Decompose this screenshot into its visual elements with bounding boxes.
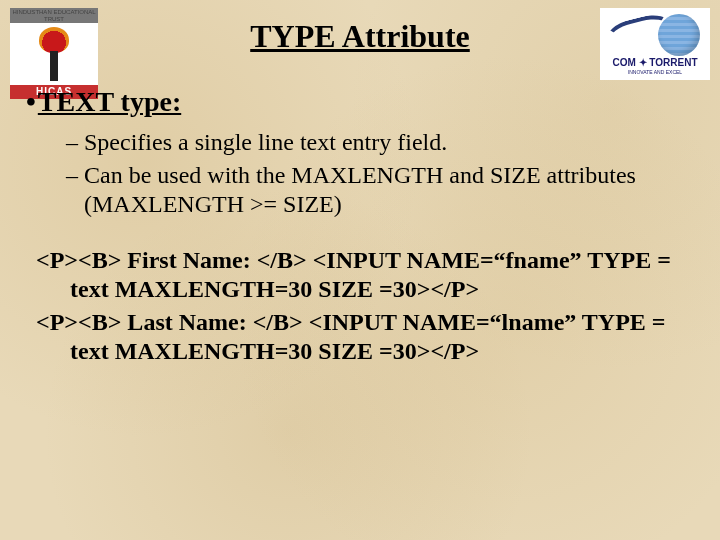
code-example: <P><B> First Name: </B> <INPUT NAME=“fna… <box>36 246 694 365</box>
code-line-1: <P><B> First Name: </B> <INPUT NAME=“fna… <box>36 246 694 304</box>
heading-text-type: TEXT type: <box>26 86 694 118</box>
bullet-2: Can be used with the MAXLENGTH and SIZE … <box>66 161 694 219</box>
logo-right-tagline: INNOVATE AND EXCEL <box>600 68 710 76</box>
slide-title: TYPE Attribute <box>0 18 720 55</box>
bullet-1: Specifies a single line text entry field… <box>66 128 694 157</box>
logo-right-brand: COM ✦ TORRENT <box>600 58 710 68</box>
slide-body: TEXT type: Specifies a single line text … <box>26 86 694 370</box>
code-line-2: <P><B> Last Name: </B> <INPUT NAME=“lnam… <box>36 308 694 366</box>
